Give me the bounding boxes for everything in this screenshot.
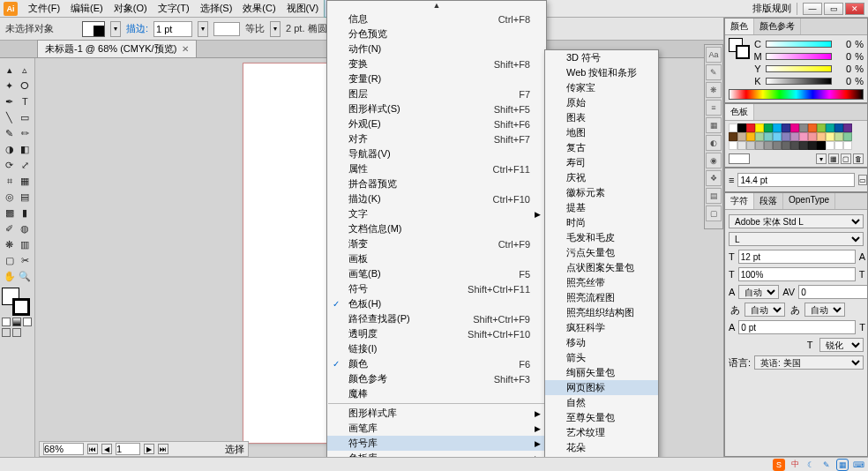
kerning-select[interactable]: 自动 <box>738 285 779 299</box>
submenu-item[interactable]: 移动 <box>545 335 658 350</box>
black-slider[interactable] <box>766 78 832 85</box>
swatch[interactable] <box>790 132 799 141</box>
stroke-align-icon[interactable]: ▭ <box>858 175 867 185</box>
eraser-tool[interactable]: ◧ <box>18 141 34 157</box>
menu-item[interactable]: ✓色板(H) <box>327 296 546 311</box>
menu-item[interactable]: 画笔(B)F5 <box>327 266 546 281</box>
swatch[interactable] <box>729 123 737 132</box>
tracking-input[interactable] <box>798 285 868 299</box>
color-spectrum[interactable] <box>729 89 864 100</box>
menu-item[interactable]: 属性Ctrl+F11 <box>327 161 546 176</box>
magenta-slider[interactable] <box>766 53 832 60</box>
swatch[interactable] <box>764 123 773 132</box>
submenu-item[interactable]: 提基 <box>545 200 658 215</box>
language-select[interactable]: 英语: 美国 <box>754 355 864 370</box>
tray-icon-5[interactable]: ▦ <box>836 459 849 471</box>
color-tab[interactable]: 颜色 <box>725 19 754 34</box>
stroke-swatch[interactable] <box>12 298 30 316</box>
swatch[interactable] <box>782 123 790 132</box>
fill-stroke-control[interactable] <box>2 288 30 316</box>
delete-swatch-icon[interactable]: 🗑 <box>853 153 864 164</box>
color-guide-tab[interactable]: 颜色参考 <box>754 19 801 34</box>
submenu-item[interactable]: 照亮丝带 <box>545 275 658 290</box>
submenu-item[interactable]: 点状图案矢量包 <box>545 260 658 275</box>
graph-tool[interactable]: ▥ <box>18 236 34 252</box>
yellow-slider[interactable] <box>766 65 832 72</box>
menu-item[interactable]: 图形样式库▶ <box>327 406 546 421</box>
fill-dropdown[interactable]: ▾ <box>110 21 121 37</box>
artboard-number-input[interactable] <box>116 443 140 455</box>
menu-item[interactable]: 动作(N) <box>327 41 546 56</box>
swatch[interactable] <box>826 132 834 141</box>
swatch[interactable] <box>773 141 782 150</box>
baseline2-select[interactable]: 自动 <box>804 303 845 317</box>
submenu-item[interactable]: 自然 <box>545 395 658 410</box>
swatch[interactable] <box>799 141 808 150</box>
type-tool[interactable]: T <box>18 93 34 109</box>
cyan-slider[interactable] <box>766 41 832 48</box>
swatch[interactable] <box>782 132 790 141</box>
submenu-item[interactable]: 复古 <box>545 140 658 155</box>
menu-item[interactable]: 链接(I) <box>327 341 546 356</box>
magic-wand-tool[interactable]: ✦ <box>2 78 18 93</box>
submenu-item[interactable]: 毛发和毛皮 <box>545 230 658 245</box>
menu-effect[interactable]: 效果(C) <box>237 0 281 17</box>
swatch-menu-icon[interactable]: ▾ <box>816 153 827 164</box>
submenu-item[interactable]: 绚丽矢量包 <box>545 365 658 380</box>
paragraph-tab[interactable]: 段落 <box>754 193 783 209</box>
shift1-input[interactable] <box>738 320 856 334</box>
menu-item[interactable]: 图形样式(S)Shift+F5 <box>327 101 546 116</box>
screen-mode-full-icon[interactable] <box>12 328 21 337</box>
menu-item[interactable]: 描边(K)Ctrl+F10 <box>327 191 546 206</box>
font-style-select[interactable]: L <box>729 232 864 246</box>
menu-item[interactable]: 魔棒 <box>327 386 546 401</box>
submenu-item[interactable]: 传家宝 <box>545 80 658 95</box>
zoom-input[interactable] <box>43 443 84 455</box>
scale-tool[interactable]: ⤢ <box>18 157 34 173</box>
swatch[interactable] <box>755 141 764 150</box>
collapse-layers-icon[interactable]: ▤ <box>706 188 722 204</box>
font-size-input[interactable] <box>738 250 856 264</box>
menu-item[interactable]: 符号库▶ <box>327 436 546 451</box>
menu-item[interactable]: ✓颜色F6 <box>327 356 546 371</box>
collapse-stroke-icon[interactable]: ≡ <box>706 100 722 116</box>
menu-item[interactable]: 导航器(V) <box>327 146 546 161</box>
pen-tool[interactable]: ✒ <box>2 93 18 109</box>
swatch[interactable] <box>755 123 764 132</box>
next-artboard-icon[interactable]: ▶ <box>144 444 154 454</box>
perspective-tool[interactable]: ▤ <box>18 189 34 205</box>
free-transform-tool[interactable]: ▦ <box>18 173 34 189</box>
rotate-tool[interactable]: ⟳ <box>2 157 18 173</box>
submenu-item[interactable]: 疯狂科学 <box>545 320 658 335</box>
collapse-artboards-icon[interactable]: ▢ <box>706 206 722 221</box>
swatch[interactable] <box>843 141 852 150</box>
selection-tool[interactable]: ▴ <box>2 62 18 78</box>
submenu-item[interactable]: 网页图标 <box>545 380 658 395</box>
swatch[interactable] <box>782 141 790 150</box>
menu-item[interactable]: 分色预览 <box>327 26 546 41</box>
menu-item[interactable]: 画笔库▶ <box>327 421 546 436</box>
symbol-sprayer-tool[interactable]: ❋ <box>2 236 18 252</box>
swatch[interactable] <box>737 132 746 141</box>
fill-stroke-swatch[interactable] <box>82 21 105 37</box>
swatch[interactable] <box>737 123 746 132</box>
rectangle-tool[interactable]: ▭ <box>18 109 34 125</box>
swatch[interactable] <box>826 141 834 150</box>
stroke-weight-input[interactable] <box>153 21 192 37</box>
collapse-symbol-icon[interactable]: ❋ <box>706 82 722 98</box>
swatches-tab[interactable]: 色板 <box>725 104 754 120</box>
font-family-select[interactable]: Adobe 宋体 Std L <box>729 214 864 228</box>
swatches-grid[interactable] <box>729 123 864 150</box>
swatch[interactable] <box>826 123 834 132</box>
hand-tool[interactable]: ✋ <box>2 268 18 284</box>
width-tool[interactable]: ⌗ <box>2 173 18 189</box>
swatch[interactable] <box>799 123 808 132</box>
menu-item[interactable]: 符号Shift+Ctrl+F11 <box>327 281 546 296</box>
submenu-item[interactable]: 3D 符号 <box>545 50 658 65</box>
new-group-icon[interactable]: ▢ <box>841 153 851 164</box>
swatch[interactable] <box>729 141 737 150</box>
menu-scroll-up-icon[interactable]: ▲ <box>327 1 546 11</box>
menu-item[interactable]: 图层F7 <box>327 86 546 101</box>
collapse-gradient-icon[interactable]: ▦ <box>706 117 722 133</box>
swatch[interactable] <box>817 132 826 141</box>
